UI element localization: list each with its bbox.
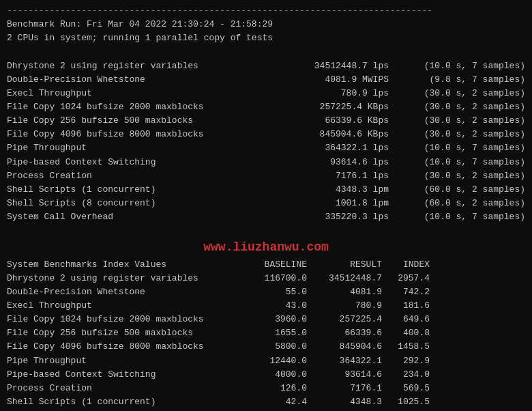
bench-label: Shell Scripts (1 concurrent) xyxy=(7,183,239,197)
row-label: Execl Throughput xyxy=(7,299,239,313)
row-index: 569.5 xyxy=(382,382,430,395)
bench-label: Pipe Throughput xyxy=(7,141,239,155)
row-label: File Copy 1024 bufsize 2000 maxblocks xyxy=(7,313,239,326)
bench-meta: (10.0 s, 7 samples) xyxy=(416,141,525,155)
bench-value: 34512448.7 lps xyxy=(266,59,389,73)
bench-value: 7176.1 lps xyxy=(266,169,389,183)
row-baseline: 1655.0 xyxy=(239,326,307,340)
row-index: 2957.4 xyxy=(382,272,430,285)
table-row: Double-Precision Whetstone 55.0 4081.9 7… xyxy=(7,285,525,299)
table-row: Process Creation 126.0 7176.1 569.5 xyxy=(7,382,525,395)
row-index: 234.0 xyxy=(382,368,430,382)
row-index: 181.6 xyxy=(382,299,430,313)
table-header-index: INDEX xyxy=(382,258,430,272)
bench-value: 364322.1 lps xyxy=(266,141,389,155)
bench-meta: (30.0 s, 2 samples) xyxy=(416,128,525,141)
row-baseline: 3960.0 xyxy=(239,313,307,326)
bench-value: 845904.6 KBps xyxy=(266,128,389,141)
bench-label: Dhrystone 2 using register variables xyxy=(7,59,239,73)
table-row: Execl Throughput 43.0 780.9 181.6 xyxy=(7,299,525,313)
row-index: 742.2 xyxy=(382,285,430,299)
row-label: Process Creation xyxy=(7,382,239,395)
bench-row: Process Creation 7176.1 lps (30.0 s, 2 s… xyxy=(7,169,525,183)
table-row: File Copy 256 bufsize 500 maxblocks 1655… xyxy=(7,326,525,340)
header-line2: 2 CPUs in system; running 1 parallel cop… xyxy=(7,31,525,45)
row-index: 400.8 xyxy=(382,326,430,340)
bench-value: 1001.8 lpm xyxy=(266,197,389,210)
header-line1: Benchmark Run: Fri Mar 04 2022 21:30:24 … xyxy=(7,18,525,31)
row-label: File Copy 4096 bufsize 8000 maxblocks xyxy=(7,340,239,354)
row-baseline: 4000.0 xyxy=(239,368,307,382)
bench-meta: (10.0 s, 7 samples) xyxy=(416,156,525,169)
row-baseline: 116700.0 xyxy=(239,272,307,285)
table-row: File Copy 1024 bufsize 2000 maxblocks 39… xyxy=(7,313,525,326)
bench-label: File Copy 4096 bufsize 8000 maxblocks xyxy=(7,128,239,141)
row-baseline: 12440.0 xyxy=(239,354,307,368)
bench-row: File Copy 256 bufsize 500 maxblocks 6633… xyxy=(7,114,525,128)
bench-label: File Copy 1024 bufsize 2000 maxblocks xyxy=(7,100,239,114)
row-baseline: 43.0 xyxy=(239,299,307,313)
bench-label: Pipe-based Context Switching xyxy=(7,156,239,169)
bench-row: Pipe Throughput 364322.1 lps (10.0 s, 7 … xyxy=(7,141,525,155)
bench-row: Shell Scripts (1 concurrent) 4348.3 lpm … xyxy=(7,183,525,197)
bench-meta: (30.0 s, 2 samples) xyxy=(416,114,525,128)
row-baseline: 55.0 xyxy=(239,285,307,299)
row-result: 845904.6 xyxy=(307,340,382,354)
bench-label: System Call Overhead xyxy=(7,210,239,224)
bench-row: Double-Precision Whetstone 4081.9 MWIPS … xyxy=(7,73,525,87)
row-result: 257225.4 xyxy=(307,313,382,326)
bench-meta: (10.0 s, 7 samples) xyxy=(416,59,525,73)
bench-label: Shell Scripts (8 concurrent) xyxy=(7,197,239,210)
bench-row: File Copy 1024 bufsize 2000 maxblocks 25… xyxy=(7,100,525,114)
row-baseline: 126.0 xyxy=(239,382,307,395)
bench-row: Execl Throughput 780.9 lps (30.0 s, 2 sa… xyxy=(7,87,525,100)
bench-label: Double-Precision Whetstone xyxy=(7,73,239,87)
row-result: 34512448.7 xyxy=(307,272,382,285)
row-result: 7176.1 xyxy=(307,382,382,395)
bench-value: 335220.3 lps xyxy=(266,210,389,224)
row-result: 364322.1 xyxy=(307,354,382,368)
row-result: 4348.3 xyxy=(307,395,382,409)
row-index: 292.9 xyxy=(382,354,430,368)
table-row: Pipe-based Context Switching 4000.0 9361… xyxy=(7,368,525,382)
bench-row: Dhrystone 2 using register variables 345… xyxy=(7,59,525,73)
table-row: Shell Scripts (1 concurrent) 42.4 4348.3… xyxy=(7,395,525,409)
bench-meta: (60.0 s, 2 samples) xyxy=(416,183,525,197)
row-index: 1458.5 xyxy=(382,340,430,354)
bench-row: File Copy 4096 bufsize 8000 maxblocks 84… xyxy=(7,128,525,141)
table-header: System Benchmarks Index Values BASELINE … xyxy=(7,258,525,272)
bench-row: Pipe-based Context Switching 93614.6 lps… xyxy=(7,156,525,169)
row-label: Double-Precision Whetstone xyxy=(7,285,239,299)
row-result: 66339.6 xyxy=(307,326,382,340)
bench-value: 4081.9 MWIPS xyxy=(266,73,389,87)
row-result: 4081.9 xyxy=(307,285,382,299)
row-baseline: 5800.0 xyxy=(239,340,307,354)
table-header-baseline: BASELINE xyxy=(239,258,307,272)
bench-value: 257225.4 KBps xyxy=(266,100,389,114)
bench-label: Execl Throughput xyxy=(7,87,239,100)
row-result: 780.9 xyxy=(307,299,382,313)
bench-value: 93614.6 lps xyxy=(266,156,389,169)
row-label: File Copy 256 bufsize 500 maxblocks xyxy=(7,326,239,340)
bench-meta: (30.0 s, 2 samples) xyxy=(416,169,525,183)
row-label: Dhrystone 2 using register variables xyxy=(7,272,239,285)
row-baseline: 42.4 xyxy=(239,395,307,409)
row-label: Pipe-based Context Switching xyxy=(7,368,239,382)
bench-value: 4348.3 lpm xyxy=(266,183,389,197)
table-row: Dhrystone 2 using register variables 116… xyxy=(7,272,525,285)
bench-meta: (10.0 s, 7 samples) xyxy=(416,210,525,224)
watermark: www.liuzhanwu.com xyxy=(7,239,525,256)
row-result: 93614.6 xyxy=(307,368,382,382)
row-index: 1025.5 xyxy=(382,395,430,409)
top-separator: ----------------------------------------… xyxy=(7,4,525,18)
table-row: File Copy 4096 bufsize 8000 maxblocks 58… xyxy=(7,340,525,354)
table-row: Pipe Throughput 12440.0 364322.1 292.9 xyxy=(7,354,525,368)
bench-meta: (60.0 s, 2 samples) xyxy=(416,197,525,210)
bench-meta: (9.8 s, 7 samples) xyxy=(416,73,525,87)
bench-label: Process Creation xyxy=(7,169,239,183)
row-label: Pipe Throughput xyxy=(7,354,239,368)
bench-value: 780.9 lps xyxy=(266,87,389,100)
bench-meta: (30.0 s, 2 samples) xyxy=(416,100,525,114)
row-index: 649.6 xyxy=(382,313,430,326)
table-header-result: RESULT xyxy=(307,258,382,272)
